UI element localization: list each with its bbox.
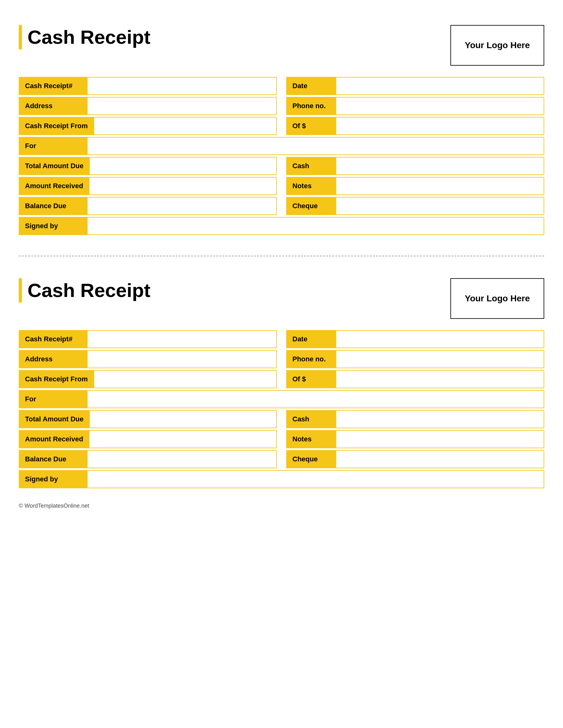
receipt-1-for-label: For <box>19 137 88 155</box>
receipt-2-date-cell: Date <box>286 330 544 348</box>
receipt-2-total-cell: Total Amount Due <box>19 410 277 428</box>
receipt-1-cash-label: Cash <box>286 157 336 175</box>
receipt-2-notes-label: Notes <box>286 430 336 448</box>
receipt-2-from-input[interactable] <box>94 370 277 388</box>
receipt-1-of-input[interactable] <box>336 117 544 135</box>
receipt-1-date-input[interactable] <box>336 77 544 95</box>
receipt-2-total-input[interactable] <box>90 410 277 428</box>
receipt-2-address-cell: Address <box>19 350 277 368</box>
receipt-1-receipt-num-label: Cash Receipt# <box>19 77 88 95</box>
receipt-1-balance-label: Balance Due <box>19 197 88 215</box>
page-container: Cash Receipt Your Logo Here Cash Receipt… <box>19 13 544 509</box>
receipt-1-address-input[interactable] <box>88 97 277 115</box>
receipt-2-phone-input[interactable] <box>336 350 544 368</box>
receipt-2-cheque-input[interactable] <box>336 450 544 468</box>
receipt-1-cheque-cell: Cheque <box>286 197 544 215</box>
receipt-1-cheque-input[interactable] <box>336 197 544 215</box>
receipt-1-row-7: Balance Due Cheque <box>19 197 544 215</box>
receipt-2-cheque-label: Cheque <box>286 450 336 468</box>
receipt-2-phone-cell: Phone no. <box>286 350 544 368</box>
receipt-2: Cash Receipt Your Logo Here Cash Receipt… <box>19 266 544 500</box>
receipt-1-of-label: Of $ <box>286 117 336 135</box>
receipt-2-balance-label: Balance Due <box>19 450 88 468</box>
receipt-2-balance-input[interactable] <box>88 450 277 468</box>
receipt-1-notes-label: Notes <box>286 177 336 195</box>
receipt-1-cash-input[interactable] <box>336 157 544 175</box>
receipt-1-total-label: Total Amount Due <box>19 157 90 175</box>
receipt-2-from-cell: Cash Receipt From <box>19 370 277 388</box>
receipt-2-signed-label: Signed by <box>19 470 88 488</box>
receipt-1-logo-box: Your Logo Here <box>450 25 544 66</box>
receipt-1-notes-input[interactable] <box>336 177 544 195</box>
receipt-1-for-input[interactable] <box>88 137 544 155</box>
title-accent-bar <box>19 25 22 49</box>
footer-text: © WordTemplatesOnline.net <box>19 503 89 509</box>
receipt-2-of-cell: Of $ <box>286 370 544 388</box>
receipt-1-row-1: Cash Receipt# Date <box>19 77 544 95</box>
receipt-1-balance-input[interactable] <box>88 197 277 215</box>
receipt-1-date-label: Date <box>286 77 336 95</box>
receipt-1-received-label: Amount Received <box>19 177 89 195</box>
receipt-1-row-6: Amount Received Notes <box>19 177 544 195</box>
receipt-1-date-cell: Date <box>286 77 544 95</box>
receipt-1-logo-text: Your Logo Here <box>465 40 530 50</box>
receipt-2-for-label: For <box>19 390 88 408</box>
receipt-2-title-wrapper: Cash Receipt <box>19 278 150 303</box>
receipt-2-of-label: Of $ <box>286 370 336 388</box>
receipt-1-total-input[interactable] <box>90 157 277 175</box>
receipt-2-address-label: Address <box>19 350 88 368</box>
receipt-2-row-3: Cash Receipt From Of $ <box>19 370 544 388</box>
receipt-2-for-input[interactable] <box>88 390 544 408</box>
receipt-2-balance-cell: Balance Due <box>19 450 277 468</box>
receipt-2-signed-input[interactable] <box>88 470 544 488</box>
receipt-1-row-4: For <box>19 137 544 155</box>
receipt-2-row-4: For <box>19 390 544 408</box>
section-divider <box>19 256 544 256</box>
receipt-1-received-input[interactable] <box>89 177 277 195</box>
receipt-2-row-2: Address Phone no. <box>19 350 544 368</box>
receipt-1-cheque-label: Cheque <box>286 197 336 215</box>
receipt-2-address-input[interactable] <box>88 350 277 368</box>
receipt-1-from-input[interactable] <box>94 117 277 135</box>
receipt-1-of-cell: Of $ <box>286 117 544 135</box>
receipt-1-title-wrapper: Cash Receipt <box>19 25 150 49</box>
receipt-2-title: Cash Receipt <box>28 278 150 303</box>
receipt-1-signed-input[interactable] <box>88 217 544 235</box>
receipt-2-notes-cell: Notes <box>286 430 544 448</box>
receipt-2-title-accent-bar <box>19 278 22 303</box>
receipt-1-signed-label: Signed by <box>19 217 88 235</box>
receipt-2-cheque-cell: Cheque <box>286 450 544 468</box>
receipt-1-row-5: Total Amount Due Cash <box>19 157 544 175</box>
receipt-1-row-8: Signed by <box>19 217 544 235</box>
receipt-1-receipt-num-input[interactable] <box>88 77 277 95</box>
receipt-1-form: Cash Receipt# Date Address Phone no. <box>19 77 544 235</box>
receipt-2-row-7: Balance Due Cheque <box>19 450 544 468</box>
receipt-2-logo-box: Your Logo Here <box>450 278 544 319</box>
receipt-2-header: Cash Receipt Your Logo Here <box>19 278 544 319</box>
receipt-2-row-6: Amount Received Notes <box>19 430 544 448</box>
receipt-2-receipt-num-cell: Cash Receipt# <box>19 330 277 348</box>
receipt-2-date-input[interactable] <box>336 330 544 348</box>
footer: © WordTemplatesOnline.net <box>19 500 544 509</box>
receipt-2-receipt-num-input[interactable] <box>88 330 277 348</box>
receipt-2-notes-input[interactable] <box>336 430 544 448</box>
receipt-1-total-cell: Total Amount Due <box>19 157 277 175</box>
receipt-2-of-input[interactable] <box>336 370 544 388</box>
receipt-1-from-label: Cash Receipt From <box>19 117 94 135</box>
receipt-1-header: Cash Receipt Your Logo Here <box>19 25 544 66</box>
receipt-2-received-label: Amount Received <box>19 430 89 448</box>
receipt-2-cash-input[interactable] <box>336 410 544 428</box>
receipt-2-received-input[interactable] <box>89 430 277 448</box>
receipt-1-from-cell: Cash Receipt From <box>19 117 277 135</box>
receipt-2-date-label: Date <box>286 330 336 348</box>
receipt-1-phone-input[interactable] <box>336 97 544 115</box>
receipt-1-balance-cell: Balance Due <box>19 197 277 215</box>
receipt-1-row-3: Cash Receipt From Of $ <box>19 117 544 135</box>
receipt-1-cash-cell: Cash <box>286 157 544 175</box>
receipt-1-phone-label: Phone no. <box>286 97 336 115</box>
receipt-2-row-8: Signed by <box>19 470 544 488</box>
receipt-2-phone-label: Phone no. <box>286 350 336 368</box>
receipt-2-cash-cell: Cash <box>286 410 544 428</box>
receipt-1-address-label: Address <box>19 97 88 115</box>
receipt-1-notes-cell: Notes <box>286 177 544 195</box>
